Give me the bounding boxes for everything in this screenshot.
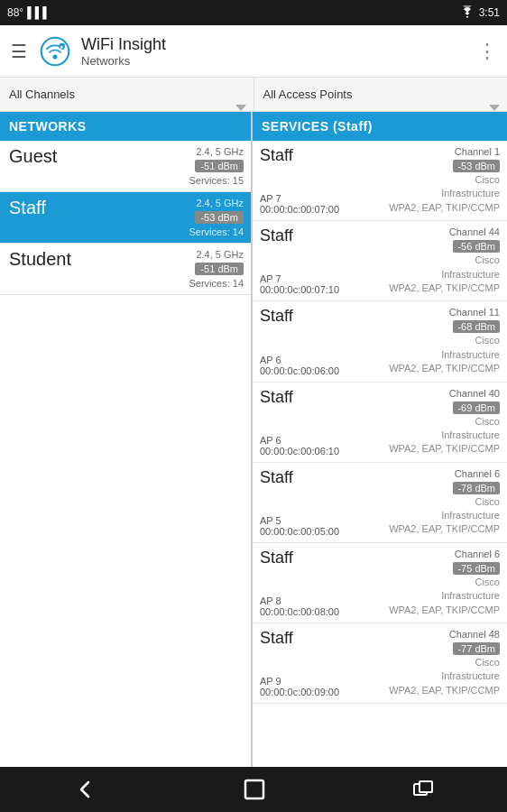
service-item[interactable]: Staff Channel 6 -75 dBm AP 8 00:00:0c:00…: [253, 543, 507, 623]
service-mac: 00:00:0c:00:07:00: [260, 204, 339, 215]
status-left: 88° ▌▌▌: [7, 6, 51, 19]
network-item[interactable]: Staff 2.4, 5 GHz -53 dBm Services: 14: [0, 192, 251, 244]
nav-bar: [0, 767, 507, 812]
service-ap: AP 5: [260, 515, 339, 526]
app-bar: ☰ ★ WiFi Insight Networks ⋮: [0, 25, 507, 78]
channels-filter-label: All Channels: [9, 88, 75, 101]
network-dbm: -51 dBm: [195, 263, 244, 275]
service-channel: Channel 44: [449, 226, 500, 237]
service-dbm: -75 dBm: [453, 562, 500, 575]
service-item[interactable]: Staff Channel 40 -69 dBm AP 6 00:00:0c:0…: [253, 383, 507, 463]
network-dbm: -53 dBm: [195, 211, 244, 224]
service-dbm: -68 dBm: [453, 320, 500, 333]
svg-point-0: [41, 37, 69, 65]
network-dbm: -51 dBm: [195, 160, 244, 172]
service-ap: AP 6: [260, 435, 339, 446]
service-name: Staff: [260, 226, 293, 245]
network-item[interactable]: Guest 2.4, 5 GHz -51 dBm Services: 15: [0, 141, 251, 192]
service-name: Staff: [260, 549, 293, 567]
service-item[interactable]: Staff Channel 44 -56 dBm AP 7 00:00:0c:0…: [253, 221, 507, 301]
services-header: SERVICES (Staff): [253, 112, 507, 141]
left-panel: NETWORKS Guest 2.4, 5 GHz -51 dBm Servic…: [0, 112, 253, 767]
network-freq: 2.4, 5 GHz: [189, 146, 244, 157]
network-name: Staff: [9, 198, 46, 218]
service-meta: CiscoInfrastructureWPA2, EAP, TKIP/CCMP: [389, 415, 500, 457]
app-subtitle: Networks: [81, 54, 477, 68]
service-name: Staff: [260, 307, 293, 326]
service-item[interactable]: Staff Channel 48 -77 dBm AP 9 00:00:0c:0…: [253, 623, 507, 704]
service-dbm: -77 dBm: [453, 642, 500, 655]
service-ap: AP 8: [260, 595, 339, 606]
more-button[interactable]: ⋮: [477, 40, 496, 63]
main-content: NETWORKS Guest 2.4, 5 GHz -51 dBm Servic…: [0, 112, 507, 767]
service-meta: CiscoInfrastructureWPA2, EAP, TKIP/CCMP: [389, 656, 500, 697]
service-meta: CiscoInfrastructureWPA2, EAP, TKIP/CCMP: [389, 254, 500, 295]
service-dbm: -69 dBm: [453, 401, 500, 414]
network-services: Services: 14: [189, 278, 244, 289]
signal-bars: ▌▌▌: [27, 6, 51, 19]
networks-header: NETWORKS: [0, 112, 251, 141]
service-mac: 00:00:0c:00:08:00: [260, 606, 339, 617]
status-right: 3:51: [459, 5, 500, 21]
service-channel: Channel 40: [449, 388, 500, 399]
service-ap: AP 6: [260, 355, 339, 365]
svg-point-1: [52, 54, 57, 59]
service-name: Staff: [260, 629, 293, 648]
service-mac: 00:00:0c:00:07:10: [260, 284, 339, 295]
service-ap: AP 7: [260, 193, 339, 204]
service-name: Staff: [260, 146, 293, 165]
access-points-filter-arrow: [489, 105, 500, 111]
access-points-filter-label: All Access Points: [263, 88, 353, 101]
app-title: WiFi Insight: [81, 35, 477, 54]
clock: 3:51: [479, 6, 500, 19]
service-mac: 00:00:0c:00:06:00: [260, 365, 339, 376]
temperature: 88°: [7, 6, 23, 19]
service-ap: AP 9: [260, 676, 339, 687]
recents-button[interactable]: [411, 778, 435, 801]
svg-rect-6: [419, 781, 432, 792]
network-name: Guest: [9, 146, 57, 167]
service-dbm: -78 dBm: [453, 482, 500, 494]
service-dbm: -53 dBm: [453, 160, 500, 172]
channels-filter-arrow: [235, 105, 246, 111]
service-channel: Channel 48: [449, 629, 500, 640]
network-freq: 2.4, 5 GHz: [189, 249, 244, 260]
service-mac: 00:00:0c:00:05:00: [260, 526, 339, 537]
service-mac: 00:00:0c:00:06:10: [260, 446, 339, 457]
networks-list: Guest 2.4, 5 GHz -51 dBm Services: 15 St…: [0, 141, 251, 295]
service-item[interactable]: Staff Channel 6 -78 dBm AP 5 00:00:0c:00…: [253, 463, 507, 543]
service-item[interactable]: Staff Channel 11 -68 dBm AP 6 00:00:0c:0…: [253, 301, 507, 382]
network-item[interactable]: Student 2.4, 5 GHz -51 dBm Services: 14: [0, 244, 251, 295]
network-services: Services: 15: [189, 175, 244, 186]
service-item[interactable]: Staff Channel 1 -53 dBm AP 7 00:00:0c:00…: [253, 141, 507, 221]
wifi-status-icon: [459, 5, 475, 21]
service-meta: CiscoInfrastructureWPA2, EAP, TKIP/CCMP: [389, 576, 500, 617]
access-points-filter[interactable]: All Access Points: [254, 78, 508, 111]
status-bar: 88° ▌▌▌ 3:51: [0, 0, 507, 25]
services-list: Staff Channel 1 -53 dBm AP 7 00:00:0c:00…: [253, 141, 507, 704]
service-meta: CiscoInfrastructureWPA2, EAP, TKIP/CCMP: [389, 334, 500, 375]
menu-button[interactable]: ☰: [11, 41, 27, 62]
service-channel: Channel 1: [453, 146, 500, 157]
service-channel: Channel 6: [453, 549, 500, 559]
right-panel: SERVICES (Staff) Staff Channel 1 -53 dBm…: [253, 112, 507, 767]
network-services: Services: 14: [189, 226, 244, 237]
app-icon: ★: [38, 34, 72, 69]
service-name: Staff: [260, 468, 293, 487]
service-channel: Channel 6: [453, 468, 500, 479]
service-name: Staff: [260, 388, 293, 407]
channels-filter[interactable]: All Channels: [0, 78, 254, 111]
home-button[interactable]: [243, 778, 266, 801]
service-meta: CiscoInfrastructureWPA2, EAP, TKIP/CCMP: [389, 173, 500, 215]
network-name: Student: [9, 249, 71, 270]
svg-rect-4: [245, 780, 263, 798]
service-dbm: -56 dBm: [453, 240, 500, 253]
back-button[interactable]: [72, 777, 97, 802]
network-freq: 2.4, 5 GHz: [189, 198, 244, 208]
service-channel: Channel 11: [449, 307, 500, 318]
app-titles: WiFi Insight Networks: [81, 35, 477, 68]
service-meta: CiscoInfrastructureWPA2, EAP, TKIP/CCMP: [389, 495, 500, 537]
service-mac: 00:00:0c:00:09:00: [260, 687, 339, 697]
filter-bar: All Channels All Access Points: [0, 78, 507, 112]
service-ap: AP 7: [260, 273, 339, 284]
